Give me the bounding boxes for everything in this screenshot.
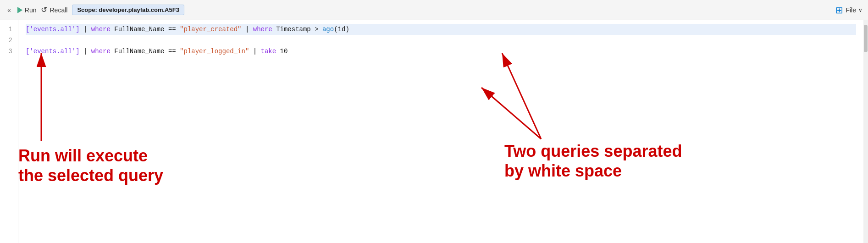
line-number-1: 1 <box>4 24 12 35</box>
line-number-3: 3 <box>4 46 12 57</box>
file-label: File <box>846 6 856 14</box>
file-icon: ⊞ <box>835 5 843 16</box>
run-label: Run <box>25 6 37 14</box>
file-button[interactable]: ⊞ File ∨ <box>835 5 862 16</box>
code-line-2 <box>26 35 856 46</box>
chevron-down-icon: ∨ <box>858 7 862 13</box>
scope-badge: Scope: developer.playfab.com.A5F3 <box>72 5 184 15</box>
line-numbers: 1 2 3 <box>0 20 18 243</box>
line-number-2: 2 <box>4 35 12 46</box>
toolbar-right: ⊞ File ∨ <box>835 5 862 16</box>
collapse-button[interactable]: « <box>6 6 13 15</box>
recall-icon: ↺ <box>41 5 47 15</box>
editor-area: 1 2 3 ['events.all'] | where FullName_Na… <box>0 20 868 243</box>
code-line-1: ['events.all'] | where FullName_Name == … <box>26 24 856 35</box>
run-icon <box>17 7 22 13</box>
code-line-3: ['events.all'] | where FullName_Name == … <box>26 46 856 57</box>
run-button[interactable]: Run <box>17 6 37 14</box>
code-token: ['events.all'] <box>26 26 80 33</box>
code-editor[interactable]: ['events.all'] | where FullName_Name == … <box>18 20 863 243</box>
scrollbar-thumb[interactable] <box>864 25 868 52</box>
recall-label: Recall <box>50 6 67 14</box>
recall-button[interactable]: ↺ Recall <box>41 5 67 15</box>
toolbar-left: « Run ↺ Recall Scope: developer.playfab.… <box>6 5 831 15</box>
code-token: ['events.all'] <box>26 48 80 55</box>
scrollbar-track <box>863 20 868 243</box>
toolbar: « Run ↺ Recall Scope: developer.playfab.… <box>0 0 868 20</box>
